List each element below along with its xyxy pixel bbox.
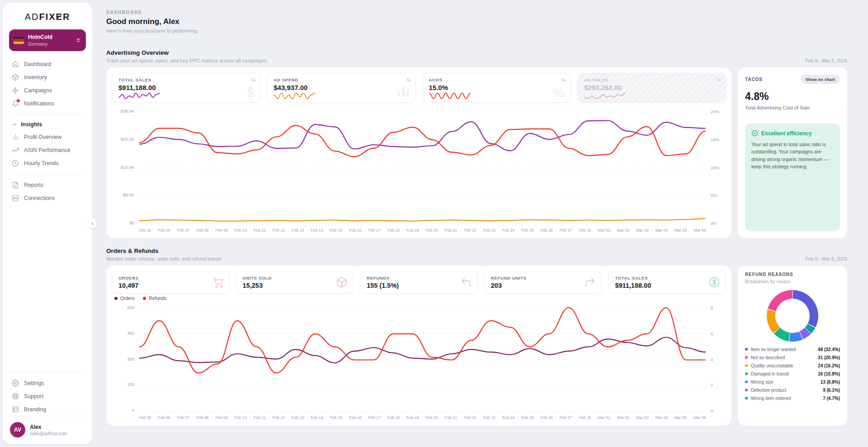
metric-card-total-sales[interactable]: TOTAL SALES$911,188.00⇆$ [112, 73, 260, 103]
show-on-chart-button[interactable]: Show on chart [801, 75, 840, 84]
advertising-chart: $38.0K$28.5K$19.0K$9.5K$0 20%15%10%5%0% … [113, 109, 724, 234]
metric-value: 15,253 [243, 282, 347, 289]
account-selector[interactable]: HotnCold Germany [9, 29, 86, 51]
legend-item-refunds[interactable]: Refunds [143, 295, 166, 301]
sidebar-item-campaigns[interactable]: Campaigns [9, 84, 86, 97]
axis-tick: 6 [711, 331, 713, 336]
sidebar-item-profit-overview[interactable]: Profit Overview [9, 130, 86, 143]
x-axis-label: Feb 12 [273, 228, 285, 234]
insights-section-toggle[interactable]: Insights [9, 119, 86, 130]
sidebar-item-label: Hourly Trends [24, 160, 59, 166]
orders-section-header: Orders & Refunds Monitor order volume, u… [106, 247, 847, 262]
efficiency-text: Your ad spend to total sales ratio is ou… [751, 141, 834, 171]
x-axis-label: Feb 24 [502, 228, 514, 234]
x-axis-label: Feb 28 [579, 228, 591, 234]
metric-value: $911,188.00 [615, 282, 719, 289]
cart-icon [212, 276, 224, 288]
metric-card-ad-spend[interactable]: AD SPEND$43,937.00⇆ [267, 73, 415, 103]
sidebar-item-hourly-trends[interactable]: Hourly Trends [9, 157, 86, 170]
dollar-badge-icon [708, 276, 720, 288]
refund-reason-row-damaged-in-transit: Damaged in transit16 (10.8%) [745, 371, 840, 377]
chevron-down-icon [12, 122, 17, 127]
axis-tick: 20% [711, 109, 719, 114]
axis-tick: 150 [127, 382, 134, 387]
sidebar-divider [10, 372, 85, 372]
metric-card-total-sales[interactable]: TOTAL SALES$911,188.00 [608, 271, 726, 294]
sidebar: ADFIXER HotnCold Germany DashboardInvent… [3, 3, 92, 444]
legend-item-orders[interactable]: Orders [114, 295, 135, 301]
metric-value: 10,497 [118, 282, 223, 289]
refund-reasons-subtitle: Breakdown by reason [745, 279, 840, 284]
bell-icon [12, 100, 19, 107]
sidebar-item-reports[interactable]: Reports [9, 178, 86, 191]
legend-dot [745, 372, 748, 375]
x-axis-label: Feb 19 [406, 228, 419, 234]
legend-dot [745, 364, 748, 367]
refund-reason-value: 9 (6.1%) [823, 388, 840, 393]
legend-label: Refunds [149, 295, 166, 301]
sidebar-item-label: Inventory [24, 74, 47, 81]
id-badge-icon [12, 406, 19, 413]
x-axis-label: Mar 03 [636, 415, 648, 421]
main-content: DASHBOARD Good morning, Alex Here's how … [106, 0, 847, 447]
refund-reasons-title: REFUND REASONS [745, 272, 840, 277]
x-axis-label: Feb 13 [292, 228, 304, 234]
sidebar-item-dashboard[interactable]: Dashboard [9, 57, 86, 71]
orders-chart-right-axis: 86420 [711, 305, 724, 413]
metric-card-refund-units[interactable]: REFUND UNITS203 [484, 271, 602, 294]
home-icon [12, 61, 19, 68]
metric-card-ad-sales[interactable]: AD SALES$293,262.00⇆$ [577, 73, 726, 103]
sidebar-item-settings[interactable]: Settings [9, 376, 86, 390]
server-icon [12, 195, 19, 202]
x-axis-label: Feb 20 [426, 228, 438, 234]
orders-cards-row: ORDERS10,497UNITS SOLD15,253REFUNDS155 (… [106, 266, 731, 294]
redo-icon [584, 276, 596, 288]
orders-panel: ORDERS10,497UNITS SOLD15,253REFUNDS155 (… [106, 266, 731, 426]
sidebar-collapse-button[interactable] [87, 219, 97, 228]
sidebar-item-label: ASIN Performance [24, 147, 71, 153]
metric-card-acos[interactable]: ACOS15.0%⇆% [422, 73, 571, 103]
orders-title: Orders & Refunds [106, 247, 806, 254]
sidebar-item-inventory[interactable]: Inventory [9, 71, 86, 84]
sidebar-item-support[interactable]: Support [9, 390, 86, 403]
logo-check-icon [56, 10, 61, 14]
advertising-panel: TOTAL SALES$911,188.00⇆$AD SPEND$43,937.… [106, 67, 731, 238]
sidebar-item-asin-performance[interactable]: ASIN Performance [9, 143, 86, 157]
x-axis-label: Feb 11 [254, 415, 266, 421]
swap-metric-icon[interactable]: ⇆ [406, 77, 410, 82]
refund-reason-label: Quality unacceptable [751, 363, 815, 368]
metric-value: $911,188.00 [118, 84, 254, 91]
sidebar-item-connections[interactable]: Connections [9, 191, 86, 204]
x-axis-label: Feb 16 [349, 415, 361, 421]
page-title: Good morning, Alex [106, 17, 847, 26]
axis-tick: 300 [127, 357, 134, 361]
x-axis-label: Feb 08 [196, 415, 208, 421]
sidebar-item-notifications[interactable]: Notifications [9, 97, 86, 110]
metric-card-orders[interactable]: ORDERS10,497 [112, 271, 230, 294]
refund-reason-label: Item no longer wanted [751, 347, 815, 352]
metric-value: $293,262.00 [584, 84, 719, 91]
metric-label: TOTAL SALES [118, 77, 254, 82]
x-axis-label: Feb 27 [560, 415, 572, 421]
metric-label: AD SALES [584, 77, 719, 82]
sidebar-item-label: Campaigns [24, 87, 52, 94]
advertising-chart-left-axis: $38.0K$28.5K$19.0K$9.5K$0 [113, 109, 134, 226]
x-axis-label: Feb 14 [311, 415, 323, 421]
x-axis-label: Mar 02 [617, 415, 629, 421]
refund-reason-label: Wrong item ordered [751, 396, 820, 401]
metric-value: 155 (1.5%) [367, 282, 471, 289]
sidebar-item-label: Notifications [24, 100, 54, 107]
x-axis-label: Mar 05 [675, 415, 687, 421]
x-axis-label: Feb 26 [541, 415, 553, 421]
swap-metric-icon[interactable]: ⇆ [251, 77, 255, 82]
user-profile[interactable]: AV Alex hello@adfixer.com [3, 416, 92, 444]
axis-tick: 600 [127, 305, 134, 310]
sidebar-item-branding[interactable]: Branding [9, 403, 86, 416]
x-axis-label: Mar 06 [693, 228, 706, 234]
axis-tick: $38.0K [121, 109, 134, 114]
metric-card-refunds[interactable]: REFUNDS155 (1.5%) [360, 271, 478, 294]
swap-metric-icon[interactable]: ⇆ [717, 77, 721, 82]
metric-card-units-sold[interactable]: UNITS SOLD15,253 [236, 271, 354, 294]
swap-metric-icon[interactable]: ⇆ [561, 77, 566, 82]
x-axis-label: Feb 05 [139, 228, 151, 234]
